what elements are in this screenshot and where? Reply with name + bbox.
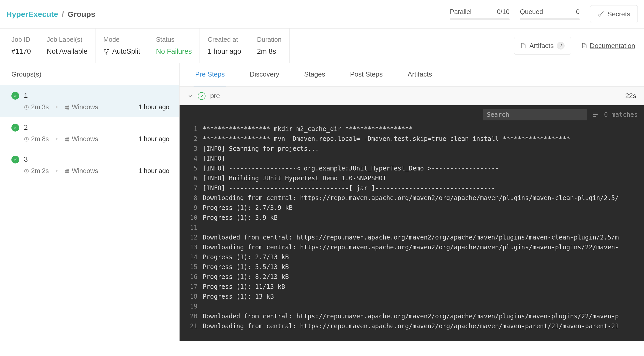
breadcrumb-brand[interactable]: HyperExecute bbox=[6, 10, 58, 19]
check-icon bbox=[11, 124, 19, 132]
console-matches: 0 matches bbox=[604, 111, 638, 118]
info-status: Status No Failures bbox=[148, 29, 200, 63]
log-line: Progress (1): 3.9 kB bbox=[203, 213, 644, 223]
log-line bbox=[203, 302, 644, 311]
group-duration: 2m 8s bbox=[24, 135, 49, 143]
clock-icon bbox=[24, 105, 29, 110]
file-icon bbox=[520, 43, 526, 49]
info-job-id: Job ID #1170 bbox=[6, 29, 39, 63]
key-icon bbox=[598, 11, 604, 18]
log-line: Downloading from central: https://repo.m… bbox=[203, 193, 644, 203]
clock-icon bbox=[24, 137, 29, 142]
log-line: [INFO] ------------------< org.example:J… bbox=[203, 163, 644, 173]
log-line: Downloading from central: https://repo.m… bbox=[203, 321, 644, 331]
artifacts-badge: 2 bbox=[557, 42, 565, 50]
chevron-down-icon[interactable] bbox=[187, 93, 193, 99]
wrap-lines-icon[interactable] bbox=[592, 111, 599, 118]
separator-dot: • bbox=[56, 167, 58, 175]
group-os: Windows bbox=[65, 103, 98, 111]
metric-parallel: Parallel 0/10 bbox=[450, 8, 510, 20]
log-line: Downloaded from central: https://repo.ma… bbox=[203, 311, 644, 321]
log-line: [INFO] Scanning for projects... bbox=[203, 144, 644, 154]
info-labels-label: Job Label(s) bbox=[47, 36, 87, 43]
svg-point-1 bbox=[104, 49, 105, 50]
group-item[interactable]: 1 2m 3s • Windows 1 hour ago bbox=[0, 85, 179, 117]
doc-icon bbox=[581, 43, 587, 49]
log-area[interactable]: 123456789101112131415161718192021 ******… bbox=[180, 124, 644, 341]
log-line: Downloaded from central: https://repo.ma… bbox=[203, 232, 644, 242]
svg-point-2 bbox=[107, 49, 108, 50]
step-duration: 22s bbox=[625, 92, 636, 100]
metric-parallel-bar bbox=[450, 18, 510, 20]
artifacts-button[interactable]: Artifacts 2 bbox=[514, 37, 571, 55]
secrets-button[interactable]: Secrets bbox=[590, 5, 638, 23]
svg-point-0 bbox=[599, 14, 601, 16]
group-duration: 2m 3s bbox=[24, 103, 49, 111]
group-index: 1 bbox=[24, 92, 28, 100]
group-item[interactable]: 2 2m 8s • Windows 1 hour ago bbox=[0, 117, 179, 149]
console-search-input[interactable] bbox=[483, 109, 587, 120]
breadcrumb: HyperExecute / Groups bbox=[6, 10, 95, 19]
log-line: Progress (1): 8.2/13 kB bbox=[203, 272, 644, 282]
groups-sidebar-header: Groups(s) bbox=[0, 63, 179, 85]
info-duration-label: Duration bbox=[257, 36, 282, 43]
windows-icon bbox=[65, 169, 70, 174]
group-index: 3 bbox=[24, 155, 28, 163]
info-job-id-label: Job ID bbox=[11, 36, 31, 43]
info-mode: Mode AutoSplit bbox=[95, 29, 148, 63]
metric-queued-label: Queued bbox=[520, 8, 543, 16]
log-line: Progress (1): 2.7/3.9 kB bbox=[203, 203, 644, 213]
tab-artifacts[interactable]: Artifacts bbox=[406, 63, 434, 86]
group-os: Windows bbox=[65, 135, 98, 143]
top-bar: HyperExecute / Groups Parallel 0/10 Queu… bbox=[0, 0, 644, 29]
log-line: [INFO] Building JUnit_HyperTest_Demo 1.0… bbox=[203, 173, 644, 183]
tabs: Pre StepsDiscoveryStagesPost StepsArtifa… bbox=[180, 63, 644, 87]
documentation-link[interactable]: Documentation bbox=[581, 42, 635, 50]
tab-stages[interactable]: Stages bbox=[303, 63, 327, 86]
svg-point-3 bbox=[106, 53, 107, 54]
info-duration-value: 2m 8s bbox=[257, 47, 282, 56]
windows-icon bbox=[65, 105, 70, 110]
info-created-value: 1 hour ago bbox=[208, 47, 241, 56]
top-right: Parallel 0/10 Queued 0 Secrets bbox=[450, 5, 638, 23]
breadcrumb-current: Groups bbox=[67, 10, 95, 19]
step-header[interactable]: pre 22s bbox=[180, 87, 644, 105]
info-duration: Duration 2m 8s bbox=[249, 29, 290, 63]
tab-post-steps[interactable]: Post Steps bbox=[348, 63, 384, 86]
group-os: Windows bbox=[65, 167, 98, 175]
group-age: 1 hour ago bbox=[138, 167, 169, 175]
info-created-label: Created at bbox=[208, 36, 241, 43]
main-panel: Pre StepsDiscoveryStagesPost StepsArtifa… bbox=[180, 63, 644, 341]
info-mode-label: Mode bbox=[103, 36, 140, 43]
log-line: Progress (1): 5.5/13 kB bbox=[203, 262, 644, 272]
metric-queued: Queued 0 bbox=[520, 8, 580, 20]
group-age: 1 hour ago bbox=[138, 103, 169, 111]
metric-parallel-value: 0/10 bbox=[497, 8, 510, 16]
metric-parallel-label: Parallel bbox=[450, 8, 471, 16]
clock-icon bbox=[24, 169, 29, 174]
console: 0 matches 123456789101112131415161718192… bbox=[180, 105, 644, 341]
info-job-id-value: #1170 bbox=[11, 47, 31, 56]
documentation-link-label: Documentation bbox=[590, 42, 635, 50]
autosplit-icon bbox=[103, 49, 109, 55]
log-line: [INFO] --------------------------------[… bbox=[203, 183, 644, 193]
step-name: pre bbox=[210, 92, 220, 100]
info-actions: Artifacts 2 Documentation bbox=[511, 29, 638, 63]
info-labels: Job Label(s) Not Available bbox=[39, 29, 95, 63]
tab-pre-steps[interactable]: Pre Steps bbox=[194, 63, 226, 86]
separator-dot: • bbox=[56, 103, 58, 111]
step-status-icon bbox=[198, 92, 205, 100]
breadcrumb-separator: / bbox=[62, 10, 64, 19]
tab-discovery[interactable]: Discovery bbox=[248, 63, 281, 86]
group-item[interactable]: 3 2m 2s • Windows 1 hour ago bbox=[0, 149, 179, 181]
log-line: ****************** mkdir m2_cache_dir **… bbox=[203, 124, 644, 134]
log-line: Downloading from central: https://repo.m… bbox=[203, 242, 644, 252]
group-index: 2 bbox=[24, 124, 28, 132]
log-line bbox=[203, 223, 644, 232]
info-status-label: Status bbox=[156, 36, 192, 43]
windows-icon bbox=[65, 137, 70, 142]
separator-dot: • bbox=[56, 135, 58, 143]
log-line: [INFO] bbox=[203, 154, 644, 163]
log-line: Progress (1): 2.7/13 kB bbox=[203, 252, 644, 262]
metric-queued-bar bbox=[520, 18, 580, 20]
